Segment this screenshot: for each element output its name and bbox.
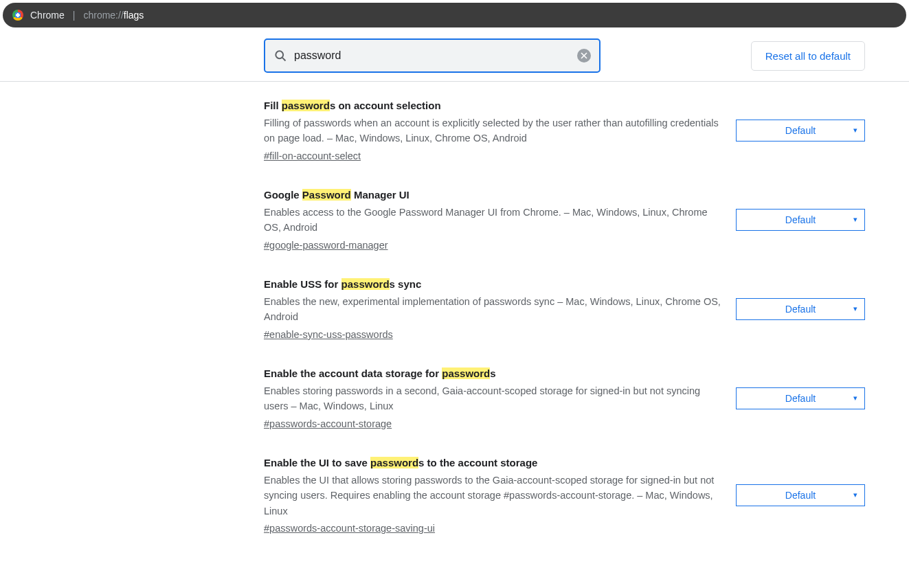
close-icon — [581, 52, 587, 59]
search-input[interactable] — [294, 49, 570, 62]
svg-line-1 — [282, 58, 286, 61]
flag-state-dropdown[interactable]: Default — [736, 209, 865, 231]
flag-main: Fill passwords on account selectionFilli… — [264, 100, 722, 161]
flag-item: Google Password Manager UIEnables access… — [264, 189, 865, 251]
flag-title: Enable USS for passwords sync — [264, 278, 722, 290]
flag-title: Google Password Manager UI — [264, 189, 722, 201]
flag-description: Enables access to the Google Password Ma… — [264, 205, 722, 236]
search-icon — [273, 49, 287, 63]
svg-point-0 — [276, 51, 283, 58]
flag-item: Enable USS for passwords syncEnables the… — [264, 278, 865, 340]
browser-address-bar[interactable]: Chrome | chrome://flags — [3, 3, 906, 27]
flag-title: Fill passwords on account selection — [264, 100, 722, 111]
url-path: flags — [124, 10, 144, 21]
flag-main: Google Password Manager UIEnables access… — [264, 189, 722, 251]
flag-hash-link[interactable]: #enable-sync-uss-passwords — [264, 329, 393, 340]
flag-item: Fill passwords on account selectionFilli… — [264, 100, 865, 161]
flag-hash-link[interactable]: #passwords-account-storage — [264, 418, 392, 429]
flag-state-dropdown[interactable]: Default — [736, 387, 865, 409]
flag-main: Enable the UI to save passwords to the a… — [264, 457, 722, 534]
clear-search-button[interactable] — [577, 49, 591, 63]
reset-all-button[interactable]: Reset all to default — [751, 41, 865, 71]
page-header: Reset all to default — [0, 30, 909, 82]
flag-description: Filling of passwords when an account is … — [264, 115, 722, 146]
flag-state-dropdown[interactable]: Default — [736, 120, 865, 142]
flag-state-dropdown[interactable]: Default — [736, 298, 865, 320]
url-protocol: chrome:// — [83, 10, 123, 21]
address-bar-label: Chrome — [30, 10, 65, 21]
flag-state-dropdown[interactable]: Default — [736, 484, 865, 506]
flag-item: Enable the account data storage for pass… — [264, 368, 865, 429]
search-field-container — [264, 38, 601, 73]
flag-description: Enables the UI that allows storing passw… — [264, 473, 722, 519]
chrome-logo-icon — [12, 10, 23, 21]
flag-hash-link[interactable]: #fill-on-account-select — [264, 150, 361, 161]
flag-hash-link[interactable]: #passwords-account-storage-saving-ui — [264, 523, 435, 534]
flag-description: Enables storing passwords in a second, G… — [264, 383, 722, 414]
flag-title: Enable the UI to save passwords to the a… — [264, 457, 722, 468]
flag-item: Enable the UI to save passwords to the a… — [264, 457, 865, 534]
flag-main: Enable the account data storage for pass… — [264, 368, 722, 429]
address-bar-separator: | — [73, 10, 76, 21]
flag-main: Enable USS for passwords syncEnables the… — [264, 278, 722, 340]
flag-title: Enable the account data storage for pass… — [264, 368, 722, 379]
flag-hash-link[interactable]: #google-password-manager — [264, 240, 388, 251]
flag-description: Enables the new, experimental implementa… — [264, 294, 722, 325]
flags-list: Fill passwords on account selectionFilli… — [0, 82, 909, 534]
address-bar-url: chrome://flags — [83, 10, 144, 21]
